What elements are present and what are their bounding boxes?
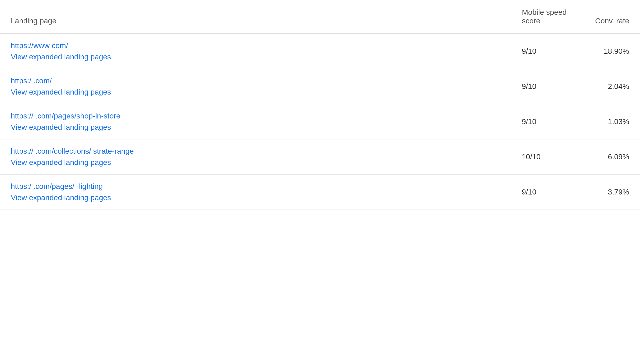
landing-page-cell-2: https:// .com/pages/shop-in-storeView ex… [0, 104, 511, 139]
url-link-0[interactable]: https://www com/ [11, 41, 500, 50]
url-link-1[interactable]: https:/ .com/ [11, 77, 500, 85]
conv-rate-cell-2: 1.03% [581, 104, 640, 139]
landing-pages-table: Landing page Mobile speed score Conv. ra… [0, 0, 640, 210]
view-expanded-link-3[interactable]: View expanded landing pages [11, 158, 500, 167]
url-link-3[interactable]: https:// .com/collections/ strate-range [11, 147, 500, 156]
view-expanded-link-1[interactable]: View expanded landing pages [11, 88, 500, 96]
url-link-4[interactable]: https:/ .com/pages/ -lighting [11, 182, 500, 191]
landing-page-cell-0: https://www com/View expanded landing pa… [0, 34, 511, 69]
url-link-2[interactable]: https:// .com/pages/shop-in-store [11, 112, 500, 120]
table-header-row: Landing page Mobile speed score Conv. ra… [0, 0, 640, 34]
conv-rate-cell-4: 3.79% [581, 175, 640, 210]
conv-rate-cell-1: 2.04% [581, 69, 640, 104]
table-row: https:/ .com/pages/ -lightingView expand… [0, 175, 640, 210]
column-header-landing-page: Landing page [0, 0, 511, 34]
table-row: https:// .com/collections/ strate-rangeV… [0, 139, 640, 175]
landing-page-cell-1: https:/ .com/View expanded landing pages [0, 69, 511, 104]
view-expanded-link-2[interactable]: View expanded landing pages [11, 123, 500, 132]
table-row: https://www com/View expanded landing pa… [0, 34, 640, 69]
mobile-speed-cell-3: 10/10 [511, 139, 581, 175]
mobile-speed-cell-0: 9/10 [511, 34, 581, 69]
view-expanded-link-0[interactable]: View expanded landing pages [11, 53, 500, 61]
landing-pages-table-container: Landing page Mobile speed score Conv. ra… [0, 0, 640, 364]
landing-page-cell-4: https:/ .com/pages/ -lightingView expand… [0, 175, 511, 210]
view-expanded-link-4[interactable]: View expanded landing pages [11, 193, 500, 202]
mobile-speed-cell-2: 9/10 [511, 104, 581, 139]
mobile-speed-cell-1: 9/10 [511, 69, 581, 104]
landing-page-cell-3: https:// .com/collections/ strate-rangeV… [0, 139, 511, 175]
mobile-speed-cell-4: 9/10 [511, 175, 581, 210]
conv-rate-cell-0: 18.90% [581, 34, 640, 69]
conv-rate-cell-3: 6.09% [581, 139, 640, 175]
table-row: https:// .com/pages/shop-in-storeView ex… [0, 104, 640, 139]
column-header-mobile-speed: Mobile speed score [511, 0, 581, 34]
table-row: https:/ .com/View expanded landing pages… [0, 69, 640, 104]
column-header-conv-rate: Conv. rate [581, 0, 640, 34]
